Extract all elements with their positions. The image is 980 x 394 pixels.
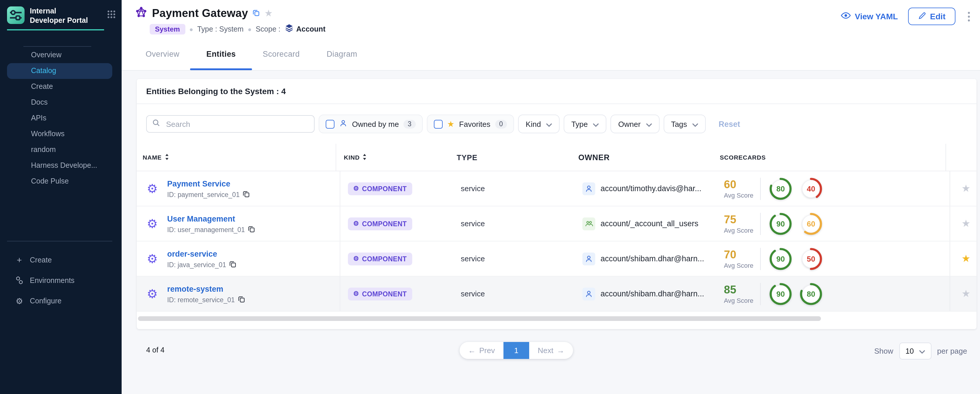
- entity-type: service: [453, 184, 578, 193]
- svg-text:50: 50: [807, 254, 815, 263]
- table-row[interactable]: ⚙ Payment Service ID: payment_service_01…: [137, 171, 977, 207]
- avg-score-value: 70: [724, 249, 760, 260]
- scope-value: Account: [296, 25, 325, 33]
- tab-bar: OverviewEntitiesScorecardDiagram: [122, 37, 980, 71]
- chevron-down-icon: [593, 119, 599, 128]
- entity-id: ID: payment_service_01: [167, 191, 240, 198]
- owner-value: account/shibam.dhar@harn...: [600, 254, 704, 263]
- lifecycle-value: production: [940, 219, 950, 228]
- tab-diagram[interactable]: Diagram: [326, 37, 357, 70]
- column-header-kind[interactable]: KIND: [336, 144, 449, 171]
- sidebar-item-docs[interactable]: Docs: [7, 95, 112, 111]
- page-size-select[interactable]: 10: [899, 343, 931, 359]
- column-header-name[interactable]: NAME: [137, 144, 336, 171]
- group-icon: [582, 217, 595, 230]
- table-row[interactable]: ⚙ remote-system ID: remote_service_01 ⚙C…: [137, 276, 977, 311]
- copy-icon[interactable]: [229, 261, 236, 269]
- account-scope-icon: [285, 23, 293, 35]
- favorite-star[interactable]: ★: [962, 219, 970, 229]
- favorite-star[interactable]: ★: [962, 254, 970, 264]
- entity-name-link[interactable]: order-service: [167, 249, 217, 258]
- system-entity-icon: [135, 6, 147, 21]
- filter-dropdown-tags[interactable]: Tags: [663, 114, 706, 133]
- sidebar-item-random[interactable]: random: [7, 142, 112, 158]
- content-area: Entities Belonging to the System : 4 Own…: [122, 71, 980, 394]
- sidebar-item-harness-develope[interactable]: Harness Develope...: [7, 158, 112, 174]
- table-body: ⚙ Payment Service ID: payment_service_01…: [137, 171, 977, 311]
- entity-name-link[interactable]: remote-system: [167, 285, 223, 294]
- current-page-button[interactable]: 1: [503, 342, 529, 359]
- sidebar-item-catalog[interactable]: Catalog: [7, 63, 112, 79]
- score-ring: 90: [769, 282, 792, 305]
- sidebar-item-create[interactable]: Create: [7, 79, 112, 95]
- column-header-type: TYPE: [449, 144, 574, 171]
- sidebar-footer-create[interactable]: +Create: [0, 249, 122, 270]
- search-input[interactable]: [165, 119, 309, 129]
- tab-overview[interactable]: Overview: [146, 37, 180, 70]
- tab-scorecard[interactable]: Scorecard: [263, 37, 300, 70]
- filter-dropdown-kind[interactable]: Kind: [518, 114, 560, 133]
- favorite-star[interactable]: ★: [962, 184, 970, 194]
- svg-text:90: 90: [776, 219, 785, 228]
- app-window: Internal Developer Portal OverviewCatalo…: [0, 0, 980, 394]
- owned-by-me-filter[interactable]: Owned by me 3: [319, 114, 422, 133]
- entity-name-link[interactable]: Payment Service: [167, 180, 231, 188]
- sidebar-item-overview[interactable]: Overview: [7, 48, 112, 63]
- sort-icon[interactable]: [165, 153, 169, 161]
- favorites-filter[interactable]: ★ Favorites 0: [426, 114, 514, 133]
- score-ring: 40: [799, 177, 823, 200]
- more-options-icon[interactable]: [966, 10, 972, 22]
- horizontal-scrollbar[interactable]: [138, 316, 821, 321]
- chevron-down-icon: [546, 119, 552, 128]
- sidebar-item-workflows[interactable]: Workflows: [7, 126, 112, 142]
- score-divider: [760, 248, 761, 270]
- favorite-star[interactable]: ★: [962, 289, 970, 299]
- reset-filters-button[interactable]: Reset: [719, 119, 740, 128]
- entity-gear-icon: ⚙: [147, 218, 158, 230]
- apps-grid-icon[interactable]: [107, 10, 116, 21]
- svg-text:90: 90: [776, 289, 785, 298]
- prev-page-button[interactable]: ←Prev: [460, 342, 503, 359]
- next-page-button[interactable]: Next→: [529, 342, 573, 359]
- avg-score-value: 75: [724, 214, 760, 225]
- view-yaml-button[interactable]: View YAML: [841, 12, 898, 21]
- copy-title-icon[interactable]: [253, 8, 259, 18]
- per-page-label: per page: [937, 346, 967, 356]
- sidebar-item-apis[interactable]: APIs: [7, 111, 112, 126]
- copy-icon[interactable]: [243, 191, 250, 199]
- sidebar-item-code-pulse[interactable]: Code Pulse: [7, 174, 112, 189]
- score-ring: 90: [769, 247, 792, 270]
- copy-icon[interactable]: [248, 226, 255, 234]
- column-header-lifecycle: LIFECYCLE: [936, 144, 945, 171]
- kind-badge: ⚙COMPONENT: [348, 287, 412, 300]
- sidebar-footer-environments[interactable]: Environments: [0, 270, 122, 291]
- entity-name-link[interactable]: User Management: [167, 214, 235, 223]
- lifecycle-value: production: [940, 184, 950, 193]
- svg-text:90: 90: [776, 254, 785, 263]
- favorite-title-star-icon[interactable]: ★: [264, 8, 273, 18]
- section-title: Entities Belonging to the System : 4: [137, 79, 977, 104]
- search-input-box[interactable]: [146, 115, 315, 133]
- score-ring: 90: [769, 212, 792, 235]
- entities-card: Entities Belonging to the System : 4 Own…: [137, 79, 977, 329]
- entity-gear-icon: ⚙: [147, 183, 158, 195]
- edit-button[interactable]: Edit: [908, 8, 955, 25]
- filter-dropdown-owner[interactable]: Owner: [611, 114, 660, 133]
- tab-entities[interactable]: Entities: [207, 37, 236, 70]
- filter-dropdown-type[interactable]: Type: [564, 114, 606, 133]
- entity-header: Payment Gateway ★ System ● Type : System…: [122, 0, 980, 37]
- table-row[interactable]: ⚙ order-service ID: java_service_01 ⚙COM…: [137, 241, 977, 276]
- copy-icon[interactable]: [238, 296, 245, 304]
- table-row[interactable]: ⚙ User Management ID: user_management_01…: [137, 207, 977, 241]
- sidebar-divider-bottom: [7, 241, 112, 241]
- avg-score-value: 60: [724, 179, 760, 190]
- sidebar-footer-configure[interactable]: ⚙Configure: [0, 291, 122, 311]
- score-ring: 80: [799, 282, 823, 305]
- favorites-checkbox[interactable]: [434, 119, 442, 128]
- page-title: Payment Gateway: [152, 7, 248, 19]
- search-icon: [152, 119, 160, 129]
- sort-icon[interactable]: [363, 153, 367, 161]
- show-label: Show: [874, 346, 893, 356]
- owned-by-me-checkbox[interactable]: [326, 119, 334, 128]
- avg-score-label: Avg Score: [724, 227, 760, 234]
